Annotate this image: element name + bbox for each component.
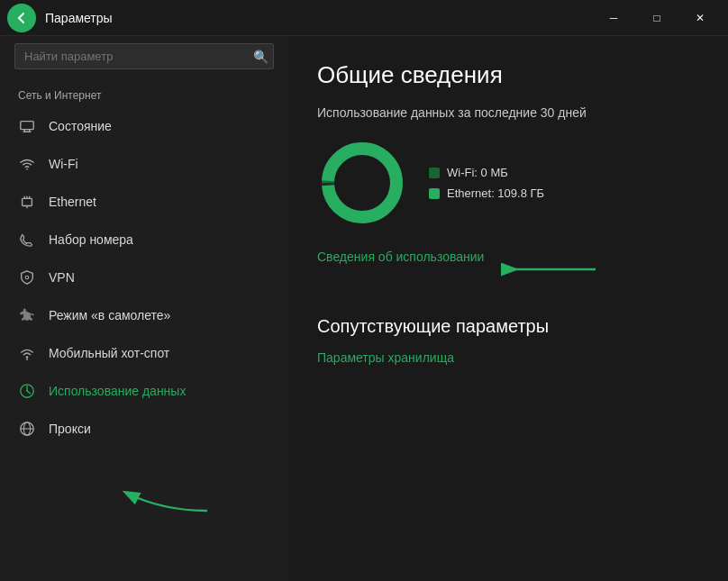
legend-wifi: Wi-Fi: 0 МБ bbox=[429, 166, 544, 179]
storage-settings-link[interactable]: Параметры хранилища bbox=[317, 350, 454, 365]
content-area: Общие сведения Использование данных за п… bbox=[288, 36, 728, 581]
minimize-button[interactable]: ─ bbox=[593, 4, 634, 32]
sidebar-item-dialup[interactable]: Набор номера bbox=[0, 221, 288, 259]
search-container: 🔍 bbox=[14, 43, 274, 69]
search-input[interactable] bbox=[14, 43, 274, 69]
svg-point-10 bbox=[25, 276, 29, 279]
title-bar: Параметры ─ □ ✕ bbox=[0, 0, 728, 36]
sidebar-item-ethernet[interactable]: Ethernet bbox=[0, 183, 288, 221]
back-button[interactable] bbox=[7, 4, 36, 32]
proxy-icon bbox=[18, 420, 36, 438]
svg-rect-0 bbox=[21, 122, 33, 130]
sidebar-item-label-wifi: Wi-Fi bbox=[49, 157, 78, 171]
sidebar-item-datausage[interactable]: Использование данных bbox=[0, 372, 288, 410]
donut-chart bbox=[317, 138, 407, 228]
donut-chart-row: Wi-Fi: 0 МБ Ethernet: 109.8 ГБ bbox=[317, 138, 699, 228]
dialup-icon bbox=[18, 231, 36, 249]
search-button[interactable]: 🔍 bbox=[253, 50, 268, 64]
svg-point-11 bbox=[26, 356, 29, 359]
sidebar-item-airplane[interactable]: Режим «в самолете» bbox=[0, 296, 288, 334]
sidebar-item-label-ethernet: Ethernet bbox=[49, 195, 96, 209]
wifi-legend-dot bbox=[429, 168, 440, 178]
sidebar-item-proxy[interactable]: Прокси bbox=[0, 410, 288, 448]
ethernet-legend-label: Ethernet: 109.8 ГБ bbox=[447, 186, 544, 200]
hotspot-icon bbox=[18, 344, 36, 362]
usage-details-link[interactable]: Сведения об использовании bbox=[317, 250, 484, 264]
wifi-legend-label: Wi-Fi: 0 МБ bbox=[447, 166, 508, 179]
sidebar-item-label-vpn: VPN bbox=[49, 270, 75, 285]
sidebar-item-wifi[interactable]: Wi-Fi bbox=[0, 145, 288, 183]
sidebar-item-label-state: Состояние bbox=[49, 119, 112, 133]
sidebar-item-state[interactable]: Состояние bbox=[0, 107, 288, 145]
usage-link-row: Сведения об использовании bbox=[317, 250, 699, 289]
svg-point-21 bbox=[337, 158, 387, 208]
page-title: Общие сведения bbox=[317, 61, 699, 89]
close-button[interactable]: ✕ bbox=[679, 4, 721, 32]
wifi-icon bbox=[18, 155, 36, 173]
svg-point-4 bbox=[26, 168, 28, 170]
sidebar-item-label-hotspot: Мобильный хот-спот bbox=[49, 346, 169, 360]
sidebar-nav: Состояние Wi-Fi bbox=[0, 107, 288, 581]
related-settings-title: Сопутствующие параметры bbox=[317, 316, 699, 337]
sidebar-item-hotspot[interactable]: Мобильный хот-спот bbox=[0, 334, 288, 372]
data-usage-subtitle: Использование данных за последние 30 дне… bbox=[317, 105, 699, 120]
vpn-icon bbox=[18, 268, 36, 286]
related-settings-section: Сопутствующие параметры Параметры хранил… bbox=[317, 316, 699, 366]
datausage-icon bbox=[18, 382, 36, 400]
sidebar: 🔍 Сеть и Интернет Состояние bbox=[0, 36, 288, 581]
chart-legend: Wi-Fi: 0 МБ Ethernet: 109.8 ГБ bbox=[429, 166, 544, 200]
maximize-button[interactable]: □ bbox=[636, 4, 678, 32]
sidebar-item-label-proxy: Прокси bbox=[49, 422, 91, 436]
sidebar-section-label: Сеть и Интернет bbox=[0, 84, 288, 107]
legend-ethernet: Ethernet: 109.8 ГБ bbox=[429, 186, 544, 200]
sidebar-item-label-airplane: Режим «в самолете» bbox=[49, 308, 170, 322]
sidebar-item-label-dialup: Набор номера bbox=[49, 232, 133, 247]
ethernet-legend-dot bbox=[429, 188, 440, 199]
main-layout: 🔍 Сеть и Интернет Состояние bbox=[0, 36, 728, 581]
sidebar-item-label-datausage: Использование данных bbox=[49, 384, 186, 398]
airplane-icon bbox=[18, 306, 36, 324]
state-icon bbox=[18, 117, 36, 135]
sidebar-item-vpn[interactable]: VPN bbox=[0, 259, 288, 296]
svg-rect-5 bbox=[23, 198, 32, 205]
window-controls: ─ □ ✕ bbox=[593, 4, 721, 32]
app-title: Параметры bbox=[45, 11, 593, 25]
ethernet-icon bbox=[18, 193, 36, 211]
content-annotation-arrow bbox=[496, 256, 605, 283]
